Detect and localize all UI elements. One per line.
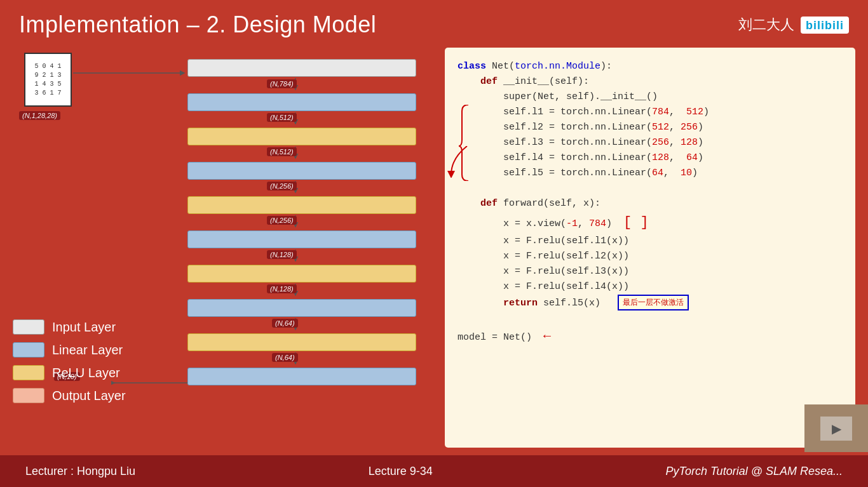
code-line-8: self.l5 = torch.nn.Linear(64, 10): [458, 166, 843, 181]
code-line-12: x = F.relu(self.l1(x)): [458, 234, 843, 249]
legend-relu-box: [13, 365, 44, 380]
layer-9: [187, 368, 416, 385]
main-content: 5 0 4 19 2 1 31 4 3 53 6 1 7 (N,1,28,28)…: [0, 44, 868, 451]
legend-input-label: Input Layer: [52, 320, 116, 335]
code-line-5: self.l2 = torch.nn.Linear(512, 256): [458, 120, 843, 135]
input-image: 5 0 4 19 2 1 31 4 3 53 6 1 7: [24, 53, 72, 107]
legend-input: Input Layer: [13, 319, 126, 335]
logo-chinese-text: 刘二大人: [738, 15, 794, 34]
size-256b: (N,256): [267, 216, 297, 225]
footer-lecture: Lecture 9-34: [369, 465, 433, 478]
legend-linear-label: Linear Layer: [52, 343, 123, 357]
video-thumbnail: ▶: [804, 404, 868, 452]
legend-output: Output Layer: [13, 388, 126, 403]
arrow-input: [73, 67, 187, 79]
footer-lecturer: Lecturer : Hongpu Liu: [25, 465, 135, 478]
size-512b: (N,512): [267, 147, 297, 156]
size-128b: (N,128): [267, 284, 297, 293]
size-256a: (N,256): [267, 182, 297, 190]
code-line-6: self.l3 = torch.nn.Linear(256, 128): [458, 135, 843, 150]
diagram: 5 0 4 19 2 1 31 4 3 53 6 1 7 (N,1,28,28)…: [13, 48, 432, 441]
layer-5: [187, 230, 416, 248]
layer-8: [187, 333, 416, 351]
code-line-14: x = F.relu(self.l3(x)): [458, 264, 843, 279]
legend-output-box: [13, 388, 44, 403]
legend-relu: ReLU Layer: [13, 365, 126, 380]
code-line-1: class Net(torch.nn.Module):: [458, 59, 843, 74]
logo: 刘二大人 bilibili: [738, 15, 849, 34]
left-panel: 5 0 4 19 2 1 31 4 3 53 6 1 7 (N,1,28,28)…: [13, 44, 432, 451]
legend-linear-box: [13, 342, 44, 357]
header: Implementation – 2. Design Model 刘二大人 bi…: [0, 0, 868, 44]
legend-output-label: Output Layer: [52, 389, 126, 403]
input-size-label: (N,1,28,28): [19, 111, 60, 120]
page-title: Implementation – 2. Design Model: [19, 11, 376, 38]
layer-7: [187, 299, 416, 317]
code-line-10: def forward(self, x):: [458, 196, 843, 211]
legend: Input Layer Linear Layer ReLU Layer Outp…: [13, 319, 126, 403]
layer-6: [187, 265, 416, 283]
code-line-11: x = x.view(-1, 784) [ ]: [458, 211, 843, 234]
size-64b: (N,64): [272, 353, 298, 362]
code-line-15: x = F.relu(self.l4(x)): [458, 279, 843, 295]
code-line-2: def __init__(self):: [458, 74, 843, 90]
layer-3: [187, 162, 416, 180]
code-line-4: self.l1 = torch.nn.Linear(784, 512): [458, 105, 843, 120]
code-line-9: [458, 181, 843, 196]
size-64a: (N,64): [272, 319, 298, 328]
play-button[interactable]: ▶: [820, 417, 852, 441]
code-line-16: return self.l5(x) 最后一层不做激活: [458, 295, 843, 311]
footer-course: PyTorch Tutorial @ SLAM Resea...: [666, 465, 843, 478]
bilibili-logo: bilibili: [801, 17, 849, 34]
size-128a: (N,128): [267, 250, 297, 259]
legend-linear: Linear Layer: [13, 342, 126, 357]
code-line-17: [458, 311, 843, 326]
curly-arrow-svg: [445, 146, 470, 178]
footer: Lecturer : Hongpu Liu Lecture 9-34 PyTor…: [0, 455, 868, 487]
size-784: (N,784): [267, 79, 297, 88]
code-line-7: self.l4 = torch.nn.Linear(128, 64): [458, 150, 843, 166]
code-line-3: super(Net, self).__init__(): [458, 90, 843, 105]
code-line-13: x = F.relu(self.l2(x)): [458, 249, 843, 264]
annotation-box: 最后一层不做激活: [618, 295, 689, 310]
layer-input: [187, 59, 416, 77]
layer-2: [187, 128, 416, 145]
layer-1: [187, 93, 416, 111]
size-512a: (N,512): [267, 113, 297, 122]
code-line-18: model = Net() ←: [458, 326, 843, 347]
code-panel: class Net(torch.nn.Module): def __init__…: [445, 48, 855, 448]
legend-relu-label: ReLU Layer: [52, 366, 120, 380]
layer-4: [187, 196, 416, 214]
legend-input-box: [13, 319, 44, 335]
